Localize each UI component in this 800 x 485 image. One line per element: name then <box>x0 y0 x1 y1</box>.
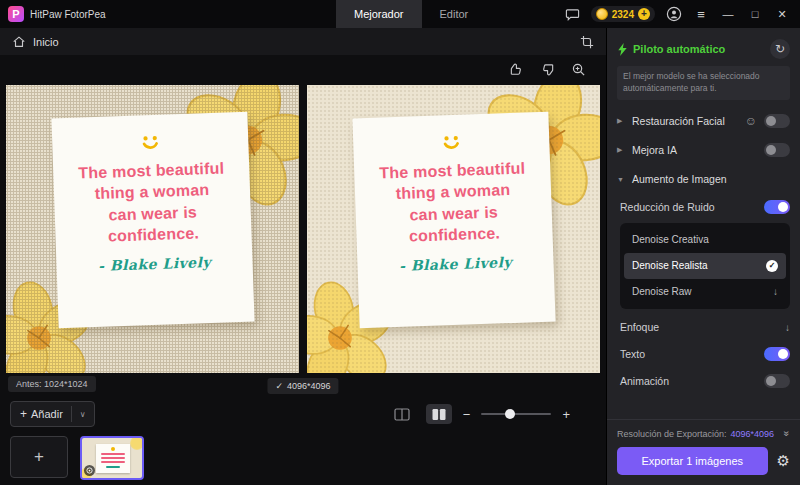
thumbnail-strip: + <box>0 431 606 485</box>
side-by-side-view-icon[interactable] <box>426 404 452 424</box>
section-aumento-imagen[interactable]: ▼ Aumento de Imagen <box>617 165 790 194</box>
reduccion-ruido-toggle[interactable] <box>764 200 790 214</box>
enfoque-row[interactable]: Enfoque ↓ <box>620 314 790 341</box>
quote-author: - Blake Lively <box>97 254 211 274</box>
titlebar-actions: 2324 + ≡ — □ ✕ <box>565 6 800 22</box>
after-resolution-badge: ✓4096*4096 <box>267 378 338 394</box>
maximize-button[interactable]: □ <box>747 8 763 20</box>
autopilot-description: El mejor modelo se ha seleccionado autom… <box>617 66 790 100</box>
caret-down-icon: ▼ <box>617 176 626 183</box>
after-image[interactable]: The most beautiful thing a woman can wea… <box>307 85 600 373</box>
tab-mejorador[interactable]: Mejorador <box>336 0 422 28</box>
mejora-ia-toggle[interactable] <box>764 143 790 157</box>
split-view-icon[interactable] <box>389 404 415 424</box>
coin-balance[interactable]: 2324 + <box>591 6 655 22</box>
titlebar: P HitPaw FotorPea Mejorador Editor 2324 … <box>0 0 800 28</box>
compare-view: The most beautiful thing a woman can wea… <box>0 85 606 373</box>
export-resolution-label: Resolución de Exportación: <box>617 429 727 439</box>
close-button[interactable]: ✕ <box>774 8 790 21</box>
bottom-controls: + Añadir ∨ − + <box>0 398 606 431</box>
zoom-icon[interactable] <box>571 62 586 77</box>
mode-tabs: Mejorador Editor <box>336 0 486 28</box>
quote-text: can wear is <box>409 201 498 225</box>
quote-text: confidence. <box>408 222 500 246</box>
animacion-row[interactable]: Animación <box>620 368 790 395</box>
settings-sidebar: Piloto automático ↻ El mejor modelo se h… <box>606 28 800 485</box>
check-icon: ✓ <box>766 260 778 272</box>
add-thumbnail-button[interactable]: + <box>10 436 68 478</box>
chevron-down-icon[interactable]: ∨ <box>72 410 94 419</box>
zoom-slider-knob[interactable] <box>505 409 515 419</box>
zoom-in-icon[interactable]: + <box>562 407 570 422</box>
view-zoom-controls: − + <box>389 404 570 424</box>
smiley-icon <box>134 126 165 157</box>
refresh-icon[interactable]: ↻ <box>770 39 790 59</box>
zoom-slider[interactable] <box>481 413 551 415</box>
enhance-badge-icon <box>84 465 95 476</box>
quote-card: The most beautiful thing a woman can wea… <box>352 112 555 329</box>
menu-icon[interactable]: ≡ <box>693 7 709 22</box>
add-coins-icon[interactable]: + <box>638 8 650 20</box>
export-footer: Resolución de Exportación: 4096*4096 » E… <box>607 419 800 485</box>
lightning-icon <box>617 43 628 56</box>
autopilot-header: Piloto automático ↻ <box>617 35 790 63</box>
caret-right-icon: ▶ <box>617 146 626 154</box>
account-icon[interactable] <box>666 6 682 22</box>
export-button[interactable]: Exportar 1 imágenes <box>617 447 768 475</box>
app-identity: P HitPaw FotorPea <box>0 6 106 22</box>
section-mejora-ia[interactable]: ▶ Mejora IA <box>617 136 790 165</box>
before-resolution-badge: Antes: 1024*1024 <box>8 376 96 392</box>
download-icon[interactable]: ↓ <box>773 286 778 297</box>
section-restauracion-facial[interactable]: ▶ Restauración Facial ☺ <box>617 107 790 136</box>
breadcrumb-home[interactable]: Inicio <box>33 36 59 48</box>
option-denoise-raw[interactable]: Denoise Raw ↓ <box>624 279 786 305</box>
check-icon: ✓ <box>275 381 283 391</box>
restauracion-facial-toggle[interactable] <box>764 114 790 128</box>
zoom-out-icon[interactable]: − <box>463 407 471 422</box>
reduccion-ruido-row[interactable]: Reducción de Ruido <box>620 194 790 221</box>
crop-icon[interactable] <box>580 35 594 49</box>
gear-icon[interactable]: ⚙ <box>777 452 790 470</box>
caret-right-icon: ▶ <box>617 117 626 125</box>
quote-card: The most beautiful thing a woman can wea… <box>51 112 254 329</box>
coin-count: 2324 <box>612 9 634 20</box>
export-resolution-value: 4096*4096 <box>731 429 775 439</box>
before-image[interactable]: The most beautiful thing a woman can wea… <box>6 85 299 373</box>
breadcrumb: Inicio <box>0 28 606 55</box>
texto-row[interactable]: Texto <box>620 341 790 368</box>
coin-icon <box>596 8 608 20</box>
quote-text: confidence. <box>107 222 199 246</box>
face-icon: ☺ <box>745 114 757 128</box>
animacion-toggle[interactable] <box>764 374 790 388</box>
home-icon[interactable] <box>12 35 26 49</box>
tab-editor[interactable]: Editor <box>422 0 487 28</box>
add-image-button[interactable]: + Añadir ∨ <box>10 401 95 427</box>
export-resolution-row[interactable]: Resolución de Exportación: 4096*4096 » <box>617 428 790 439</box>
download-icon[interactable]: ↓ <box>785 322 790 333</box>
quote-author: - Blake Lively <box>398 254 512 274</box>
denoise-options: Denoise Creativa Denoise Realista ✓ Deno… <box>620 223 790 309</box>
image-thumbnail-selected[interactable] <box>80 436 144 480</box>
thumbs-up-icon[interactable] <box>509 62 524 77</box>
smiley-icon <box>435 126 466 157</box>
minimize-button[interactable]: — <box>720 8 736 20</box>
quote-text: can wear is <box>108 201 197 225</box>
viewer-column: Inicio <box>0 28 606 485</box>
autopilot-label: Piloto automático <box>633 43 765 55</box>
chat-icon[interactable] <box>565 7 580 22</box>
double-chevron-icon[interactable]: » <box>782 431 793 437</box>
thumbs-down-icon[interactable] <box>540 62 555 77</box>
texto-toggle[interactable] <box>764 347 790 361</box>
option-denoise-creativa[interactable]: Denoise Creativa <box>624 227 786 253</box>
viewer-toolbar <box>0 55 606 84</box>
plus-icon: + <box>11 407 31 421</box>
resolution-badges: Antes: 1024*1024 ✓4096*4096 <box>0 375 606 398</box>
app-logo-icon: P <box>8 6 24 22</box>
app-name: HitPaw FotorPea <box>30 9 106 20</box>
app-window: P HitPaw FotorPea Mejorador Editor 2324 … <box>0 0 800 485</box>
option-denoise-realista[interactable]: Denoise Realista ✓ <box>624 253 786 279</box>
